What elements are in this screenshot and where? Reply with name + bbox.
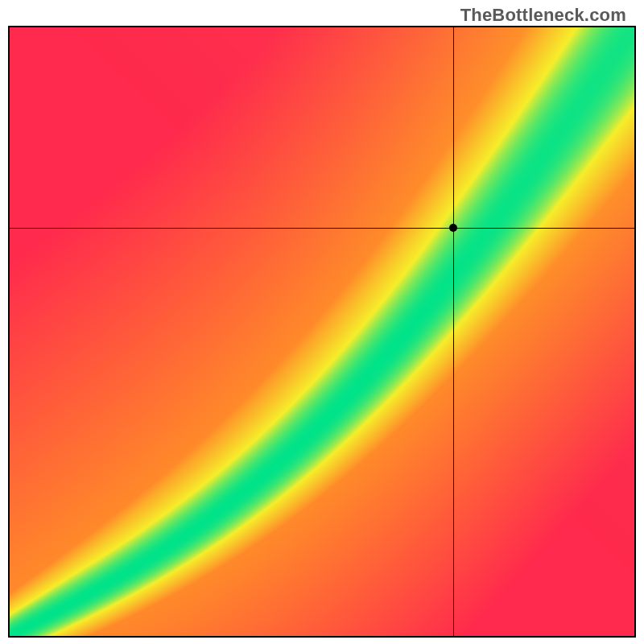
site-branding: TheBottleneck.com: [460, 5, 626, 26]
bottleneck-heatmap[interactable]: [8, 26, 636, 638]
heatmap-canvas: [10, 27, 634, 636]
